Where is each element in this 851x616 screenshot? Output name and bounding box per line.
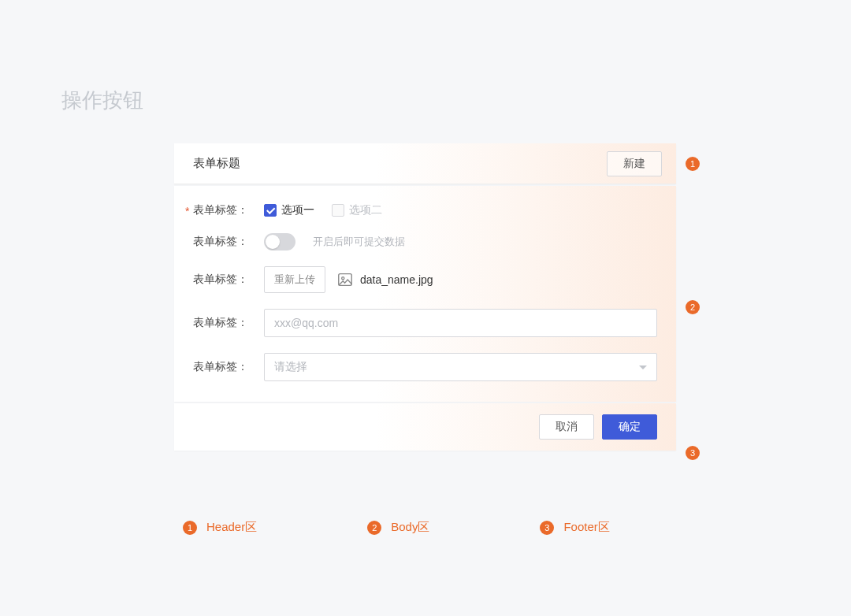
- checkbox-box-icon: [264, 204, 277, 217]
- email-input-wrapper: [264, 309, 657, 337]
- checkbox-box-icon: [332, 204, 344, 217]
- checkbox-option1-label: 选项一: [281, 203, 314, 217]
- panel-body: 表单标签： 选项一 选项二 表单标签： 开启后即可提交数据 表单标签：: [174, 186, 676, 402]
- switch-toggle[interactable]: [264, 233, 295, 250]
- legend-label-2: Body区: [391, 520, 429, 535]
- confirm-button[interactable]: 确定: [602, 414, 657, 440]
- legend-item-body: 2 Body区: [367, 520, 429, 535]
- legend-badge-2: 2: [367, 521, 381, 535]
- legend-badge-3: 3: [540, 521, 554, 535]
- panel-footer: 取消 确定: [174, 403, 676, 451]
- page-title: 操作按钮: [61, 87, 143, 114]
- label-upload: 表单标签：: [193, 273, 264, 287]
- legend: 1 Header区 2 Body区 3 Footer区: [183, 520, 610, 535]
- form-panel: 表单标题 新建 表单标签： 选项一 选项二 表单标签： 开启后即可提交数据: [174, 143, 676, 451]
- annotation-badge-3: 3: [686, 446, 700, 460]
- label-select: 表单标签：: [193, 360, 264, 374]
- chevron-down-icon: [639, 366, 647, 369]
- panel-header-title: 表单标题: [193, 156, 240, 171]
- form-row-select: 表单标签： 请选择: [193, 353, 657, 381]
- legend-item-header: 1 Header区: [183, 520, 257, 535]
- annotation-badge-2: 2: [686, 300, 700, 314]
- checkbox-option1[interactable]: 选项一: [264, 203, 314, 217]
- panel-header: 表单标题 新建: [174, 143, 676, 184]
- annotation-badge-1: 1: [686, 157, 700, 171]
- uploaded-file: data_name.jpg: [336, 271, 433, 288]
- form-row-checkbox: 表单标签： 选项一 选项二: [193, 203, 657, 217]
- uploaded-file-name: data_name.jpg: [360, 273, 433, 286]
- form-row-switch: 表单标签： 开启后即可提交数据: [193, 233, 657, 250]
- svg-point-1: [342, 277, 344, 280]
- legend-label-1: Header区: [206, 520, 257, 535]
- switch-hint: 开启后即可提交数据: [313, 235, 405, 249]
- form-row-email: 表单标签：: [193, 309, 657, 337]
- checkbox-option2-label: 选项二: [349, 203, 382, 217]
- reupload-button[interactable]: 重新上传: [264, 266, 325, 293]
- label-email: 表单标签：: [193, 316, 264, 330]
- checkbox-option2[interactable]: 选项二: [332, 203, 382, 217]
- select-placeholder: 请选择: [274, 360, 307, 374]
- email-input[interactable]: [274, 317, 647, 329]
- label-switch: 表单标签：: [193, 235, 264, 249]
- label-checkbox: 表单标签：: [193, 203, 264, 217]
- new-button[interactable]: 新建: [607, 151, 662, 176]
- form-row-upload: 表单标签： 重新上传 data_name.jpg: [193, 266, 657, 293]
- cancel-button[interactable]: 取消: [539, 414, 594, 440]
- legend-item-footer: 3 Footer区: [540, 520, 609, 535]
- select-dropdown[interactable]: 请选择: [264, 353, 657, 381]
- image-icon: [336, 271, 354, 288]
- legend-label-3: Footer区: [563, 520, 609, 535]
- legend-badge-1: 1: [183, 521, 197, 535]
